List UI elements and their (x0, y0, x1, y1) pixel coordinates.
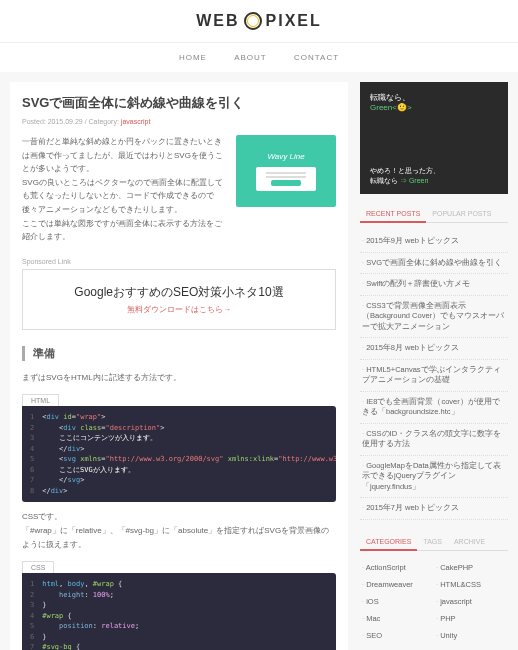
category-grid: ActionScriptCakePHPDreamweaverHTML&CSSiO… (360, 559, 508, 651)
article-title: SVGで画面全体に斜め線や曲線を引く (22, 94, 336, 112)
category-link[interactable]: javascript (121, 118, 151, 125)
recent-post-item[interactable]: GoogleMapをData属性から指定して表示できるjQueryプラグイン「j… (360, 456, 508, 499)
category-item[interactable]: ActionScript (360, 559, 434, 576)
body-text-2: CSSです。 「#wrap」に「relative」、「#svg-bg」に「abs… (22, 510, 336, 551)
recent-posts-list: 2015年9月 webトピックスSVGで画面全体に斜め線や曲線を引くSwiftの… (360, 231, 508, 520)
sidebar-tabs: RECENT POSTS POPULAR POSTS (360, 206, 508, 223)
category-item[interactable]: javascript (434, 593, 508, 610)
tab-archive[interactable]: ARCHIVE (448, 534, 491, 550)
code-block-css: 1html, body, #wrap { 2 height: 100%; 3} … (22, 573, 336, 650)
category-tabs: CATEGORIES TAGS ARCHIVE (360, 534, 508, 551)
recent-post-item[interactable]: 2015年8月 webトピックス (360, 338, 508, 360)
logo[interactable]: WEB PIXEL (196, 12, 322, 30)
logo-ring-icon (244, 12, 262, 30)
tab-categories[interactable]: CATEGORIES (360, 534, 417, 551)
ad-link[interactable]: 無料ダウンロードはこちら→ (37, 304, 321, 315)
tab-recent[interactable]: RECENT POSTS (360, 206, 426, 223)
category-item[interactable]: Web Topics (360, 644, 434, 651)
body-text-1: まずはSVGをHTML内に記述する方法です。 (22, 371, 336, 385)
category-item[interactable]: PHP (434, 610, 508, 627)
intro-text: 一昔前だと単純な斜め線とか円をバックに置きたいときは画像で作ってましたが、最近で… (22, 135, 226, 244)
ad-title: GoogleおすすめのSEO対策小ネタ10選 (37, 284, 321, 301)
recent-post-item[interactable]: HTML5+Canvasで学ぶインタラクティブアニメーションの基礎 (360, 360, 508, 392)
nav-about[interactable]: ABOUT (234, 53, 267, 62)
article: SVGで画面全体に斜め線や曲線を引く Posted: 2015.09.29 / … (10, 82, 348, 650)
category-item[interactable]: WebDesign (434, 644, 508, 651)
sponsored-label: Sponsored Link (22, 258, 336, 265)
category-item[interactable]: CakePHP (434, 559, 508, 576)
category-item[interactable]: SEO (360, 627, 434, 644)
tab-popular[interactable]: POPULAR POSTS (426, 206, 497, 222)
category-item[interactable]: iOS (360, 593, 434, 610)
section-heading-prep: 準備 (22, 346, 336, 361)
category-item[interactable]: Mac (360, 610, 434, 627)
sidebar-ad[interactable]: 転職なら、 Green<🙂> やめろ！と思った方、 転職なら ⇒ Green (360, 82, 508, 194)
article-meta: Posted: 2015.09.29 / Category: javascrip… (22, 118, 336, 125)
code-block-html: 1<div id="wrap"> 2 <div class="descripti… (22, 406, 336, 502)
category-item[interactable]: HTML&CSS (434, 576, 508, 593)
recent-post-item[interactable]: 2015年7月 webトピックス (360, 498, 508, 520)
code-label-html: HTML (22, 394, 59, 406)
code-label-css: CSS (22, 561, 54, 573)
recent-post-item[interactable]: SVGで画面全体に斜め線や曲線を引く (360, 253, 508, 275)
tab-tags[interactable]: TAGS (417, 534, 448, 550)
logo-right: PIXEL (266, 12, 322, 30)
nav-home[interactable]: HOME (179, 53, 207, 62)
recent-post-item[interactable]: CSS3で背景画像全画面表示（Background Cover）でもマウスオーバ… (360, 296, 508, 339)
article-thumbnail: Wavy Line (236, 135, 336, 207)
header: WEB PIXEL (0, 0, 518, 43)
recent-post-item[interactable]: CSSのID・クラス名の頭文字に数字を使用する方法 (360, 424, 508, 456)
sidebar: 転職なら、 Green<🙂> やめろ！と思った方、 転職なら ⇒ Green R… (360, 82, 508, 650)
ad-box[interactable]: GoogleおすすめのSEO対策小ネタ10選 無料ダウンロードはこちら→ (22, 269, 336, 330)
recent-post-item[interactable]: Swiftの配列＋辞書使い方メモ (360, 274, 508, 296)
logo-left: WEB (196, 12, 239, 30)
nav-contact[interactable]: CONTACT (294, 53, 339, 62)
recent-post-item[interactable]: IE8でも全画面背景（cover）が使用できる「backgroundsize.h… (360, 392, 508, 424)
recent-post-item[interactable]: 2015年9月 webトピックス (360, 231, 508, 253)
nav: HOME ABOUT CONTACT (0, 43, 518, 72)
category-item[interactable]: Dreamweaver (360, 576, 434, 593)
category-item[interactable]: Unity (434, 627, 508, 644)
